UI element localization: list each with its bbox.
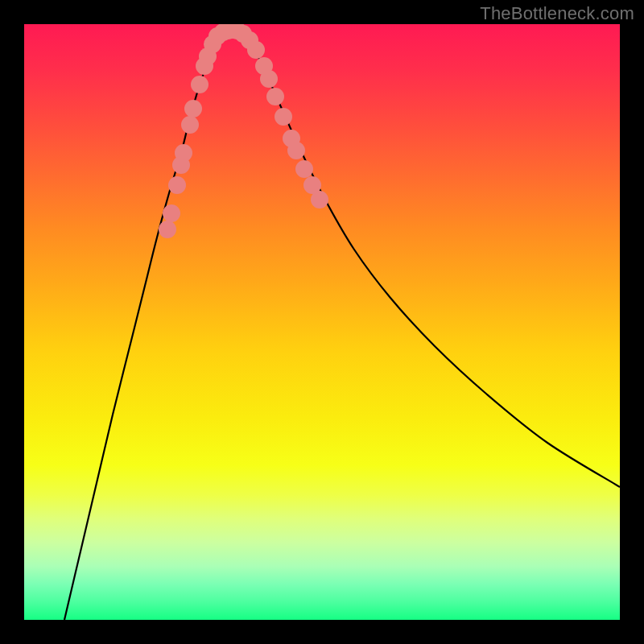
data-marker (260, 70, 278, 88)
data-marker (159, 221, 176, 238)
marker-group (159, 24, 328, 238)
data-marker (311, 191, 328, 208)
data-marker (175, 144, 192, 162)
data-marker (295, 160, 313, 178)
data-marker (163, 204, 180, 222)
chart-frame: TheBottleneck.com (0, 0, 644, 644)
watermark-label: TheBottleneck.com (480, 3, 634, 24)
data-marker (168, 176, 186, 194)
data-marker (184, 100, 202, 118)
data-marker (191, 76, 208, 93)
data-marker (266, 88, 284, 105)
marker-layer (24, 24, 620, 620)
data-marker (275, 108, 292, 126)
data-marker (247, 41, 265, 59)
plot-area (24, 24, 620, 620)
data-marker (287, 142, 305, 159)
data-marker (181, 116, 199, 134)
